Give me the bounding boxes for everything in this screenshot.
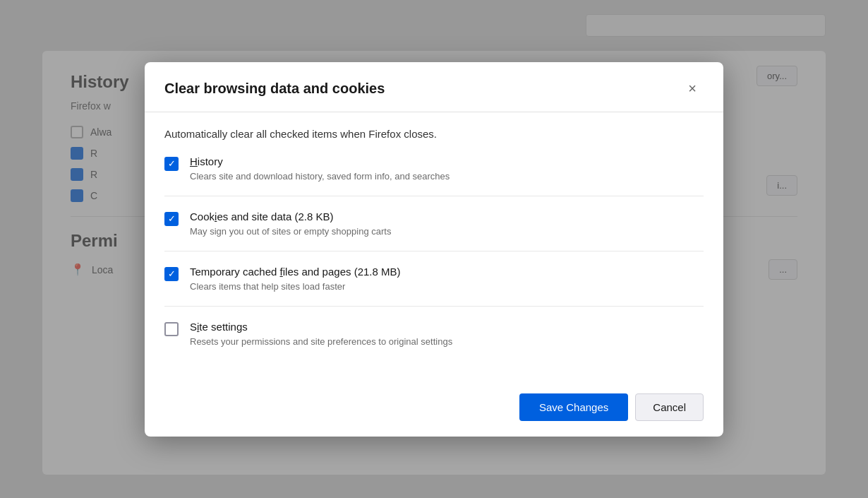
history-item-row: ✓ History Clears site and download histo…	[164, 155, 704, 196]
cookies-item-content: Cookies and site data (2.8 KB) May sign …	[190, 211, 704, 237]
dialog-body: Automatically clear all checked items wh…	[145, 112, 723, 382]
site-settings-item-content: Site settings Resets your permissions an…	[190, 321, 704, 347]
site-settings-item-label: Site settings	[190, 321, 704, 333]
dialog-header: Clear browsing data and cookies ×	[145, 62, 723, 112]
cancel-button[interactable]: Cancel	[635, 393, 704, 421]
cookies-item-desc: May sign you out of sites or empty shopp…	[190, 226, 704, 237]
cache-item-label: Temporary cached files and pages (21.8 M…	[190, 266, 704, 278]
checkmark-icon: ✓	[168, 269, 176, 278]
dialog-footer: Save Changes Cancel	[145, 382, 723, 437]
checkmark-icon: ✓	[168, 159, 176, 168]
history-item-desc: Clears site and download history, saved …	[190, 171, 704, 182]
cache-checkbox[interactable]: ✓	[164, 267, 179, 281]
cookies-checkbox-wrap: ✓	[164, 212, 179, 226]
site-settings-checkbox[interactable]	[164, 322, 179, 336]
site-settings-item-row: Site settings Resets your permissions an…	[164, 321, 704, 361]
cache-checkbox-wrap: ✓	[164, 267, 179, 281]
clear-data-dialog: Clear browsing data and cookies × Automa…	[145, 62, 723, 437]
close-button[interactable]: ×	[681, 78, 704, 100]
cookies-item-label: Cookies and site data (2.8 KB)	[190, 211, 704, 223]
cache-item-content: Temporary cached files and pages (21.8 M…	[190, 266, 704, 292]
cookies-checkbox[interactable]: ✓	[164, 212, 179, 226]
checkmark-icon: ✓	[168, 214, 176, 223]
history-checkbox[interactable]: ✓	[164, 157, 179, 171]
save-changes-button[interactable]: Save Changes	[519, 393, 628, 421]
cookies-item-row: ✓ Cookies and site data (2.8 KB) May sig…	[164, 211, 704, 251]
dialog-subtitle: Automatically clear all checked items wh…	[164, 128, 704, 140]
site-settings-item-desc: Resets your permissions and site prefere…	[190, 336, 704, 347]
close-icon: ×	[688, 81, 697, 97]
cache-item-desc: Clears items that help sites load faster	[190, 281, 704, 292]
history-item-content: History Clears site and download history…	[190, 155, 704, 182]
history-item-label: History	[190, 155, 704, 167]
modal-overlay: Clear browsing data and cookies × Automa…	[0, 0, 868, 498]
cache-item-row: ✓ Temporary cached files and pages (21.8…	[164, 266, 704, 307]
site-settings-checkbox-wrap	[164, 322, 179, 336]
history-checkbox-wrap: ✓	[164, 157, 179, 171]
dialog-title: Clear browsing data and cookies	[164, 81, 385, 97]
